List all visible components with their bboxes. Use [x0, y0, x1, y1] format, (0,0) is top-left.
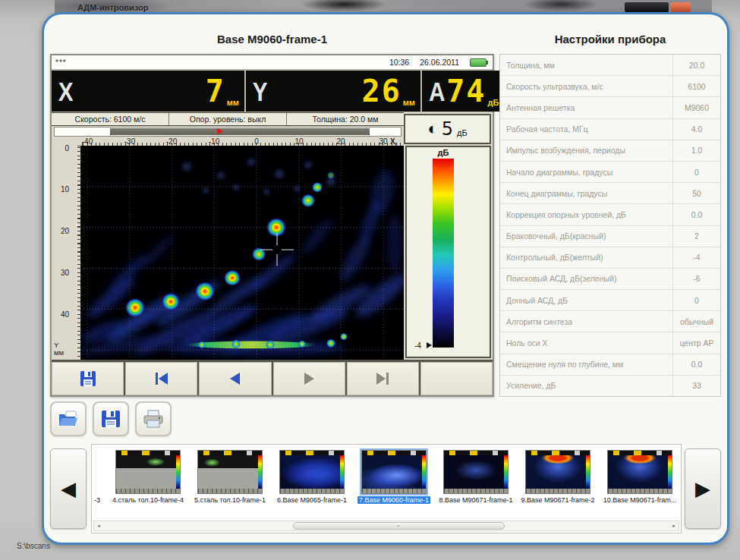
last-frame-button[interactable]: [347, 362, 419, 395]
left-arrow-icon: ◀: [61, 477, 76, 501]
settings-row: Начало диаграммы, градусы0: [500, 162, 720, 183]
readout-y-value: 26: [362, 76, 401, 106]
settings-row: Усиление, дБ33: [500, 376, 720, 396]
parameter-info-bar: Скорость: 6100 м/с Опор. уровень: выкл Т…: [52, 112, 404, 126]
device-date: 26.06.2011: [420, 58, 459, 67]
thumbnail-image: [197, 450, 263, 494]
filmstrip-next-button[interactable]: ▶: [685, 448, 721, 529]
thumbnail-item[interactable]: 8.Base M90671-frame-1: [436, 450, 516, 523]
first-frame-button[interactable]: [125, 362, 197, 395]
thumbnail-item-selected[interactable]: 7.Base M9060-frame-1: [354, 450, 434, 523]
scrollbar-left-arrow-icon[interactable]: ◂: [94, 521, 103, 530]
filmstrip-panel: ◀ -3 4.сталь тол.10-frame-4 5.сталь тол.…: [50, 444, 721, 535]
frame-navigation-bar: [52, 360, 493, 395]
readout-a-unit: дБ: [487, 98, 499, 107]
settings-row: Импульс возбуждения, периоды1.0: [500, 140, 720, 162]
readout-amplitude: A 74 дБ: [422, 71, 504, 112]
contrast-unit: дБ: [457, 128, 468, 137]
colorbar-label: дБ: [433, 148, 454, 157]
floppy-icon: [100, 409, 121, 429]
thumbnail-item[interactable]: 10.Base M90671-fram...: [600, 450, 680, 523]
bscan-image[interactable]: [80, 146, 404, 360]
settings-row: Скорость ультразвука, м/с6100: [500, 76, 720, 97]
thumbnail-item[interactable]: 4.сталь тол.10-frame-4: [108, 450, 188, 523]
thumbnail-image: [443, 450, 509, 494]
info-velocity: Скорость: 6100 м/с: [52, 113, 169, 125]
y-tick: 0: [65, 144, 69, 153]
colorbar-panel: дБ -4: [405, 146, 491, 358]
open-file-button[interactable]: [50, 401, 87, 436]
folder-open-icon: [57, 410, 80, 428]
skip-to-start-icon: [152, 370, 172, 387]
settings-row: Смещение нуля по глубине, мм0.0: [500, 354, 720, 376]
readout-y: Y 26 мм: [246, 71, 420, 112]
thumbnail-image: [115, 450, 181, 494]
position-slider[interactable]: [54, 127, 401, 137]
slider-marker-icon[interactable]: [217, 128, 223, 134]
settings-row: Коррекция опорных уровней, дБ0.0: [500, 204, 720, 225]
readout-x-unit: мм: [227, 98, 239, 107]
settings-table: Толщина, мм20.0 Скорость ультразвука, м/…: [499, 54, 721, 397]
previous-frame-button[interactable]: [199, 362, 271, 395]
readout-x-label: X: [58, 78, 74, 105]
file-toolbar: [50, 401, 172, 436]
scrollbar-thumb[interactable]: [293, 522, 505, 530]
settings-row: Браковочный, дБ(красный)2: [500, 226, 720, 247]
thumbnail-item-partial[interactable]: -3: [94, 450, 106, 523]
y-axis-ruler: 0 10 20 30 40 Y мм: [52, 146, 80, 360]
settings-panel-title: Настройки прибора: [499, 33, 721, 46]
floppy-icon: [78, 370, 98, 388]
print-button[interactable]: [135, 401, 172, 436]
thumbnail-image: [279, 450, 345, 494]
filmstrip-prev-button[interactable]: ◀: [50, 448, 87, 529]
right-arrow-icon: ▶: [695, 477, 710, 501]
contrast-value: 5: [442, 118, 453, 140]
digital-readouts: X 7 мм Y 26 мм A 74 дБ: [52, 70, 493, 112]
battery-icon: [470, 58, 487, 67]
thumbnail-item[interactable]: 6.Base M9065-frame-1: [272, 450, 352, 523]
device-status-bar: *** 10:36 26.06.2011: [52, 55, 493, 70]
y-tick: 40: [61, 310, 69, 319]
info-thickness: Толщина: 20.0 мм: [287, 113, 404, 125]
readout-x-value: 7: [206, 76, 225, 106]
next-frame-button[interactable]: [273, 362, 345, 395]
skip-to-end-icon: [373, 370, 392, 387]
colorbar-marker-icon: [427, 342, 432, 348]
readout-a-value: 74: [446, 76, 486, 106]
colorbar-gradient: [433, 159, 454, 348]
printer-icon: [142, 409, 165, 429]
device-mode-indicator: ***: [55, 58, 67, 67]
minimize-maximize-buttons[interactable]: [625, 2, 669, 12]
settings-row: Антенная решеткаM9060: [500, 97, 720, 118]
y-tick: 30: [61, 269, 69, 277]
save-frame-button[interactable]: [52, 362, 124, 395]
scrollbar-right-arrow-icon[interactable]: ▸: [669, 521, 679, 530]
settings-row: Ноль оси Xцентр АР: [500, 332, 720, 354]
settings-row: Алгоритм синтезаобычный: [500, 311, 720, 332]
close-button[interactable]: [671, 2, 691, 12]
settings-row: Донный АСД, дБ0: [500, 290, 720, 311]
settings-row: Толщина, мм20.0: [500, 55, 720, 76]
window-title: АДМ-интровизор: [77, 3, 148, 12]
thumbnail-item[interactable]: 9.Base M90671-frame-2: [518, 450, 598, 523]
y-axis-label: Y мм: [54, 341, 64, 357]
readout-x: X 7 мм: [52, 71, 244, 112]
colorbar-marker-value: -4: [414, 341, 421, 350]
thumbnail-image: [607, 450, 672, 494]
thumbnail-image: [525, 450, 590, 494]
next-icon: [299, 370, 319, 387]
y-tick: 10: [61, 185, 69, 193]
slider-range: [110, 128, 370, 135]
contrast-control[interactable]: ◐ 5 дБ: [404, 114, 491, 144]
thumbnail-item[interactable]: 5.сталь тол.10-frame-1: [190, 450, 270, 523]
y-tick: 20: [61, 227, 69, 235]
readout-y-unit: мм: [403, 98, 415, 107]
filmstrip-scrollbar[interactable]: ◂ ▸: [93, 521, 679, 531]
settings-row: Контрольный, дБ(желтый)-4: [500, 247, 720, 269]
settings-row: Конец диаграммы, градусы50: [500, 183, 720, 204]
empty-cell: [420, 362, 493, 395]
settings-row: Рабочая частота, МГц4.0: [500, 119, 720, 140]
save-file-button[interactable]: [93, 401, 129, 436]
readout-a-label: A: [429, 78, 445, 105]
thumbnail-list: -3 4.сталь тол.10-frame-4 5.сталь тол.10…: [92, 445, 681, 523]
